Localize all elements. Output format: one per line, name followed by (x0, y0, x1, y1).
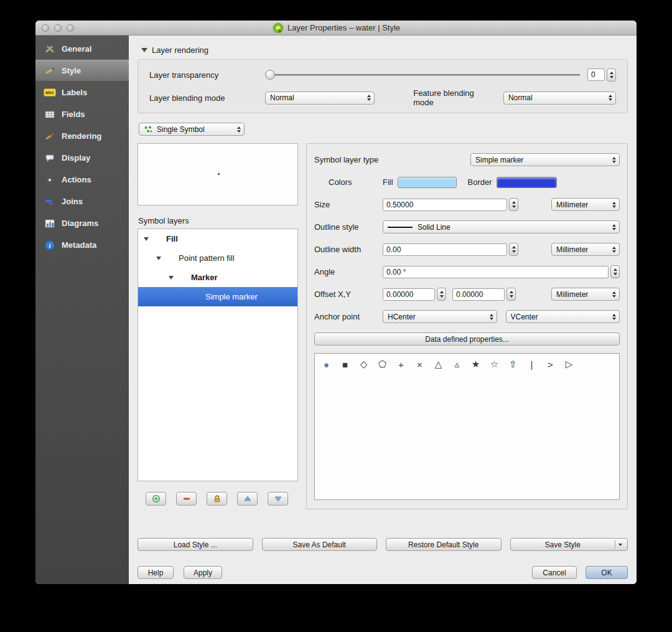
marker-shape-triangle[interactable]: △ (432, 358, 445, 370)
outline-width-unit-select[interactable]: Millimeter (551, 243, 620, 256)
sidebar-item-actions[interactable]: Actions (35, 169, 129, 191)
marker-preview-dot (218, 173, 220, 175)
marker-shape-star[interactable]: ★ (469, 358, 482, 370)
expander-icon[interactable] (169, 276, 175, 280)
marker-shape-equilateral-triangle[interactable]: ▵ (450, 358, 464, 370)
sidebar-item-labels[interactable]: abc Labels (35, 82, 129, 103)
size-unit-select[interactable]: Millimeter (551, 198, 620, 211)
zoom-button[interactable] (67, 24, 74, 32)
sidebar-item-general[interactable]: General (35, 38, 129, 60)
move-down-button[interactable] (268, 492, 288, 506)
offset-x-input[interactable] (383, 288, 435, 301)
solid-line-icon (388, 227, 413, 228)
ok-button[interactable]: OK (586, 566, 628, 579)
layer-transparency-label: Layer transparency (149, 70, 265, 80)
titlebar: Layer Properties – water | Style (35, 21, 637, 35)
up-arrow-icon (243, 494, 252, 503)
move-up-button[interactable] (237, 492, 258, 506)
collapse-triangle-icon[interactable] (141, 48, 147, 52)
anchor-v-select[interactable]: VCenter (506, 310, 620, 323)
lock-color-button[interactable] (207, 492, 227, 506)
marker-shape-regular-star[interactable]: ☆ (488, 358, 501, 370)
data-defined-properties-button[interactable]: Data defined properties... (314, 333, 620, 346)
sidebar-item-display[interactable]: Display (35, 147, 129, 169)
feature-blending-mode-select[interactable]: Normal (503, 92, 616, 105)
offset-y-stepper[interactable] (506, 288, 516, 301)
offset-x-stepper[interactable] (437, 288, 446, 301)
size-label: Size (314, 200, 383, 209)
layer-blending-mode-select[interactable]: Normal (265, 92, 375, 105)
style-icon (44, 65, 56, 77)
sidebar-item-rendering[interactable]: Rendering (35, 125, 129, 147)
marker-shape-arrow[interactable]: ⇧ (506, 358, 520, 370)
sidebar-item-style[interactable]: Style (35, 60, 129, 82)
layer-properties-window: Layer Properties – water | Style General… (35, 21, 637, 584)
anchor-h-select[interactable]: HCenter (383, 310, 497, 323)
symbol-layer-type-select[interactable]: Simple marker (470, 153, 620, 166)
expander-icon[interactable] (156, 257, 162, 260)
marker-shape-arrowhead[interactable]: > (544, 358, 557, 370)
restore-default-style-button[interactable]: Restore Default Style (386, 538, 502, 551)
tree-item-marker[interactable]: Marker (138, 268, 297, 287)
selected-value: Normal (508, 93, 533, 102)
marker-shape-cross2[interactable]: × (413, 358, 426, 370)
tree-item-fill[interactable]: Fill (138, 229, 297, 248)
transparency-stepper[interactable] (607, 68, 616, 82)
tree-item-simple-marker[interactable]: Simple marker (138, 287, 297, 306)
size-stepper[interactable] (509, 198, 518, 211)
sidebar-item-metadata[interactable]: i Metadata (35, 234, 129, 256)
minimize-button[interactable] (54, 24, 62, 32)
marker-shape-pentagon[interactable]: ⬠ (376, 358, 389, 370)
tree-item-label: Fill (166, 234, 178, 243)
size-input[interactable] (383, 199, 507, 211)
layer-transparency-value[interactable] (587, 68, 605, 81)
remove-symbol-layer-button[interactable] (176, 492, 197, 506)
marker-shape-cross[interactable]: + (394, 358, 408, 370)
load-style-button[interactable]: Load Style ... (138, 538, 253, 551)
single-symbol-icon (144, 125, 154, 134)
offset-y-input[interactable] (452, 288, 505, 301)
sidebar-item-fields[interactable]: Fields (35, 103, 129, 125)
close-button[interactable] (42, 24, 49, 32)
fill-color-swatch[interactable] (398, 177, 457, 188)
sidebar-item-joins[interactable]: Joins (35, 191, 129, 212)
marker-shape-line[interactable]: | (525, 358, 538, 370)
sidebar-item-diagrams[interactable]: Diagrams (35, 212, 129, 234)
symbol-layers-label: Symbol layers (138, 216, 298, 225)
outline-width-stepper[interactable] (509, 243, 518, 256)
marker-shape-diamond[interactable]: ◇ (357, 358, 370, 370)
save-style-button[interactable]: Save Style (510, 538, 628, 551)
cancel-button[interactable]: Cancel (532, 566, 577, 579)
renderer-select[interactable]: Single Symbol (139, 123, 245, 136)
tree-item-label: Simple marker (205, 292, 258, 301)
help-button[interactable]: Help (138, 566, 174, 579)
slider-knob[interactable] (265, 70, 275, 80)
sidebar-item-label: Metadata (62, 240, 96, 250)
offset-unit-select[interactable]: Millimeter (551, 288, 620, 301)
angle-input[interactable] (383, 266, 609, 278)
save-as-default-button[interactable]: Save As Default (262, 538, 378, 551)
outline-style-label: Outline style (314, 222, 383, 232)
expander-icon[interactable] (144, 237, 150, 241)
tree-item-point-pattern-fill[interactable]: Point pattern fill (138, 248, 297, 268)
tree-item-label: Point pattern fill (179, 253, 235, 263)
angle-stepper[interactable] (610, 265, 620, 278)
selected-value: Solid Line (418, 223, 450, 232)
apply-button[interactable]: Apply (184, 566, 222, 579)
sidebar-item-label: Style (62, 66, 81, 75)
tree-item-label: Marker (191, 273, 218, 282)
outline-width-input[interactable] (383, 243, 507, 256)
minus-icon (182, 494, 191, 503)
offset-label: Offset X,Y (314, 290, 383, 299)
marker-shape-circle[interactable]: ● (320, 358, 333, 370)
marker-shape-square[interactable]: ■ (338, 358, 352, 370)
chevron-updown-icon (233, 126, 244, 133)
border-label: Border (468, 177, 492, 187)
labels-icon: abc (44, 87, 56, 99)
chevron-updown-icon (363, 95, 374, 101)
marker-shape-filled-arrowhead[interactable]: ▷ (562, 358, 576, 370)
layer-transparency-slider[interactable] (265, 69, 580, 80)
border-color-swatch[interactable] (497, 177, 557, 188)
outline-style-select[interactable]: Solid Line (383, 220, 620, 233)
add-symbol-layer-button[interactable] (146, 492, 166, 506)
